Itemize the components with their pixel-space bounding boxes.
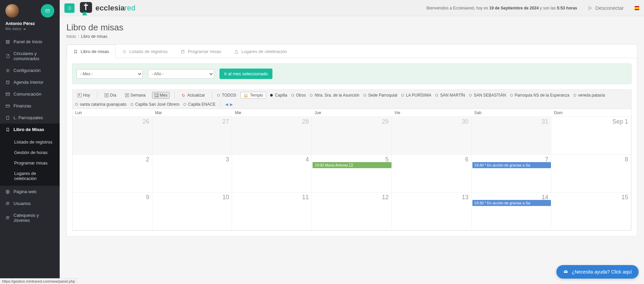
brand[interactable]: ecclesiared — [79, 1, 136, 16]
radio-icon — [183, 103, 186, 106]
filter-chip-11[interactable]: Capilla ENACE — [183, 102, 215, 107]
filter-chip-3[interactable]: Sede Parroquial — [363, 93, 397, 98]
filter-chip-8[interactable]: vereda patasía — [574, 93, 605, 98]
breadcrumb-home[interactable]: Inicio — [66, 34, 76, 39]
dow-0: Lun — [72, 109, 152, 117]
calendar-event[interactable]: 19:30 * En acción de gracias a Sa — [472, 162, 551, 168]
tab-3[interactable]: Lugares de celebración — [228, 45, 293, 58]
welcome-mid: y son las — [539, 6, 557, 10]
tab-label: Lugares de celebración — [241, 49, 287, 54]
day-number: 26 — [143, 118, 149, 125]
sidebar-item-10[interactable]: Catequesis y Jóvenes — [0, 209, 60, 226]
logout-link[interactable]: Desconectar — [588, 5, 624, 11]
user-data-menu[interactable]: Mis datos — [5, 27, 26, 31]
grid-icon — [5, 40, 10, 44]
event-label: 19:00 María Antonia — [315, 162, 348, 168]
sidebar-item-7[interactable]: Libro de Misas — [0, 124, 60, 135]
month-view-button[interactable]: Mes — [152, 92, 170, 99]
filter-chip-10[interactable]: Capilla San José Obrero — [130, 102, 179, 107]
sidebar-item-9[interactable]: Usuarios — [0, 198, 60, 209]
filter-chip-1[interactable]: Otros — [291, 93, 306, 98]
mail-button[interactable] — [41, 4, 54, 18]
day-cell[interactable]: 519:00 María Antonia — [312, 155, 392, 192]
week-view-button[interactable]: Semana — [123, 92, 148, 99]
day-number: 12 — [382, 194, 389, 201]
day-cell[interactable]: 10 — [152, 192, 232, 230]
day-cell[interactable]: 1419:30 * En acción de gracias a Sa — [472, 192, 552, 230]
month-label: Mes — [160, 93, 168, 98]
mail-icon — [45, 8, 50, 13]
day-view-button[interactable]: Día — [102, 92, 119, 99]
breadcrumb: Inicio / Libro de misas — [66, 34, 637, 39]
calendar-event[interactable]: 19:00 María Antonia — [313, 162, 391, 168]
month-select[interactable]: - Mes - — [77, 69, 143, 79]
day-cell[interactable]: 26 — [72, 117, 152, 155]
avatar[interactable] — [5, 4, 19, 18]
filter-all[interactable]: TODOS — [217, 93, 236, 98]
filter-chip-9[interactable]: santa catarina guanajuato — [75, 102, 126, 107]
calendar: Hoy Día Semana Mes — [72, 89, 632, 231]
year-select[interactable]: - Año - — [148, 69, 214, 79]
sidebar-item-6[interactable]: L. Parroquiales — [0, 112, 60, 124]
sidebar-item-4[interactable]: Comunicación — [0, 88, 60, 100]
day-cell[interactable]: 12 — [312, 192, 392, 230]
today-button[interactable]: Hoy — [75, 92, 92, 99]
sidebar-item-2[interactable]: Configuración — [0, 64, 60, 76]
filter-chip-0[interactable]: Capilla — [270, 93, 287, 98]
day-cell[interactable]: 3 — [152, 155, 232, 192]
filter-chip-5[interactable]: SAN MARTÍN — [435, 93, 465, 98]
language-flag-es[interactable] — [635, 6, 639, 10]
day-cell[interactable]: 29 — [312, 117, 392, 155]
go-to-month-button[interactable]: Ir al mes seleccionado — [219, 69, 272, 79]
sidebar-item-0[interactable]: Panel de Inicio — [0, 36, 60, 48]
radio-icon — [574, 94, 576, 97]
filter-chip-6[interactable]: SAN SEBASTIÁN — [469, 93, 506, 98]
next-month[interactable]: ▶ — [230, 102, 233, 107]
sidebar-item-5[interactable]: Finanzas — [0, 100, 60, 112]
filter-chip-2[interactable]: Ntra. Sra. de la Asunción — [310, 93, 359, 98]
day-cell[interactable]: 11 — [232, 192, 312, 230]
day-cell[interactable]: 15 — [551, 192, 631, 230]
radio-icon — [310, 94, 313, 97]
filter-chip-7[interactable]: Parroquia NS de la Esperanza — [510, 93, 569, 98]
sidebar-item-label: Comunicación — [13, 92, 41, 97]
day-cell[interactable]: 27 — [152, 117, 232, 155]
radio-icon — [510, 94, 513, 97]
filter-templo[interactable]: Templo — [240, 92, 266, 99]
day-cell[interactable]: 8 — [551, 155, 631, 192]
sidebar-subitem-2[interactable]: Programar misas — [0, 158, 60, 168]
day-number: 27 — [222, 118, 229, 125]
menu-toggle[interactable] — [64, 3, 75, 13]
day-number: 10 — [222, 194, 229, 201]
refresh-button[interactable]: Actualizar — [179, 92, 207, 99]
status-url: https://gestion.mintrared.com/new/panel.… — [0, 278, 77, 284]
sidebar-subitem-1[interactable]: Gestión de horas — [0, 147, 60, 158]
sidebar-item-1[interactable]: Circulares y comunicados — [0, 48, 60, 64]
tab-0[interactable]: Libro de misas — [67, 45, 116, 58]
day-cell[interactable]: 30 — [392, 117, 472, 155]
filter-label: Parroquia NS de la Esperanza — [515, 93, 569, 98]
day-cell[interactable]: 31 — [472, 117, 552, 155]
breadcrumb-sep: / — [78, 34, 79, 39]
day-cell[interactable]: 6 — [392, 155, 472, 192]
sidebar-subitem-0[interactable]: Listado de registros — [0, 137, 60, 147]
day-cell[interactable]: Sep 1 — [551, 117, 631, 155]
help-fab[interactable]: ¿Necesita ayuda? Click aquí — [556, 265, 639, 279]
cal-icon — [180, 49, 185, 54]
toolbar-divider — [212, 92, 212, 99]
radio-icon — [435, 94, 438, 97]
filter-chip-4[interactable]: LA PURÍSIMA — [401, 93, 431, 98]
calendar-event[interactable]: 19:30 * En acción de gracias a Sa — [472, 200, 551, 206]
day-cell[interactable]: 4 — [232, 155, 312, 192]
prev-month[interactable]: ◀ — [225, 102, 228, 107]
sidebar-subitem-3[interactable]: Lugares de celebración — [0, 168, 60, 184]
day-cell[interactable]: 13 — [392, 192, 472, 230]
day-cell[interactable]: 719:30 * En acción de gracias a Sa — [472, 155, 552, 192]
day-cell[interactable]: 2 — [72, 155, 152, 192]
day-cell[interactable]: 9 — [72, 192, 152, 230]
day-cell[interactable]: 28 — [232, 117, 312, 155]
tab-2[interactable]: Programar misas — [174, 45, 228, 58]
tab-1[interactable]: Listado de registros — [116, 45, 174, 58]
sidebar-item-8[interactable]: Página web — [0, 186, 60, 198]
sidebar-item-3[interactable]: Agenda Interior — [0, 76, 60, 88]
